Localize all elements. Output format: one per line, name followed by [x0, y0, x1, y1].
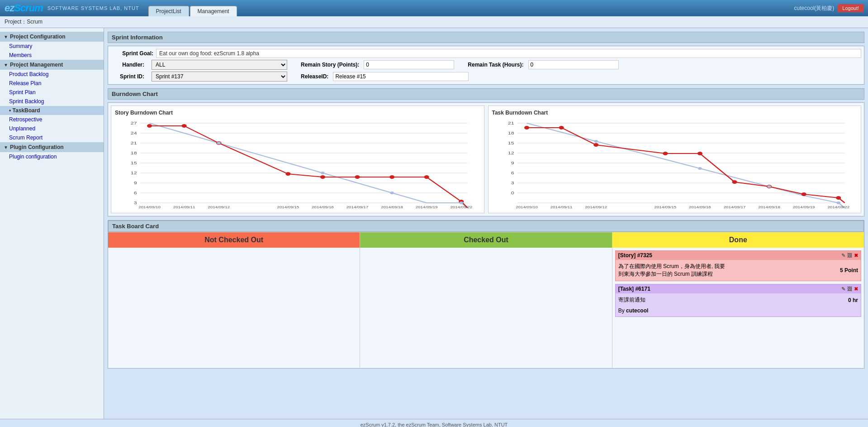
task-hours: 0 hr — [848, 297, 858, 303]
svg-text:24: 24 — [131, 131, 137, 135]
story-chart-title: Story Burndown Chart — [115, 110, 480, 116]
svg-text:18: 18 — [508, 131, 514, 135]
svg-point-58 — [559, 126, 564, 130]
handler-label: Handler: — [111, 62, 147, 68]
story-chart-container: 27 24 21 18 15 12 9 6 3 — [115, 119, 480, 209]
task-card-footer: By cutecool — [616, 307, 861, 317]
svg-point-23 — [355, 175, 360, 179]
logo: ezScrum — [5, 2, 43, 14]
task-delete-icon[interactable]: ✖ — [854, 286, 858, 292]
svg-point-30 — [460, 202, 463, 204]
edit-icon[interactable]: ✎ — [841, 253, 845, 259]
svg-point-65 — [836, 196, 841, 200]
sidebar-item-unplanned[interactable]: Unplanned — [0, 124, 104, 133]
svg-text:2014/09/17: 2014/09/17 — [723, 205, 745, 209]
sidebar-item-members[interactable]: Members — [0, 51, 104, 60]
story-card-body: 為了在國際內使用 Scrum，身為使用者, 我要 到東海大學參加一日的 Scru… — [616, 260, 861, 281]
svg-point-57 — [524, 126, 529, 130]
svg-text:0: 0 — [511, 191, 514, 195]
logout-button[interactable]: Logout! — [838, 4, 863, 12]
subtitle: Software Systems Lab, NTUT — [47, 5, 139, 11]
delete-icon[interactable]: ✖ — [854, 253, 858, 259]
col-content-done: [Story] #7325 ✎ 🖼 ✖ 為了在國際內使用 Scrum，身為使用者… — [612, 248, 864, 322]
sprint-goal-label: Sprint Goal: — [111, 50, 156, 57]
svg-point-25 — [424, 175, 429, 179]
sidebar-item-summary[interactable]: Summary — [0, 42, 104, 51]
col-content-checked-out — [360, 248, 612, 253]
breadcrumb: Project：Scrum — [0, 16, 868, 28]
svg-point-18 — [147, 124, 152, 128]
sprint-id-select[interactable]: Sprint #137 — [152, 72, 287, 82]
tab-management[interactable]: Management — [190, 6, 237, 16]
svg-text:18: 18 — [131, 151, 137, 155]
sidebar-item-sprint-plan[interactable]: Sprint Plan — [0, 88, 104, 97]
svg-text:2014/09/16: 2014/09/16 — [312, 205, 334, 209]
svg-text:9: 9 — [134, 181, 137, 185]
task-image-icon[interactable]: 🖼 — [847, 286, 852, 292]
sidebar-item-scrum-report[interactable]: Scrum Report — [0, 133, 104, 142]
col-header-checked-out: Checked Out — [360, 232, 612, 248]
task-card-header: [Task] #6171 ✎ 🖼 ✖ — [616, 284, 861, 293]
svg-point-68 — [767, 185, 771, 188]
task-chart-svg: 21 18 15 12 9 6 3 0 — [492, 119, 858, 209]
svg-point-21 — [285, 172, 290, 176]
footer-line1: ezScrum v1.7.2, the ezScrum Team, Softwa… — [3, 422, 865, 427]
sidebar-section-project-configuration[interactable]: Project Configuration — [0, 32, 104, 42]
svg-point-69 — [836, 202, 840, 204]
story-id: [Story] #7325 — [618, 252, 652, 259]
sidebar-section-project-management[interactable]: Project Management — [0, 60, 104, 70]
logo-area: ezScrum Software Systems Lab, NTUT — [5, 2, 139, 14]
svg-text:12: 12 — [508, 151, 514, 155]
svg-text:6: 6 — [134, 191, 137, 195]
sidebar-item-product-backlog[interactable]: Product Backlog — [0, 70, 104, 79]
col-header-done: Done — [612, 232, 864, 248]
sidebar-item-sprint-backlog[interactable]: Sprint Backlog — [0, 97, 104, 106]
col-content-not-checked-out — [108, 248, 360, 253]
svg-text:2014/09/10: 2014/09/10 — [138, 205, 161, 209]
col-not-checked-out: Not Checked Out — [108, 232, 360, 368]
remain-task-input[interactable] — [528, 60, 619, 69]
footer: ezScrum v1.7.2, the ezScrum Team, Softwa… — [0, 419, 868, 427]
svg-point-27 — [217, 142, 221, 144]
svg-text:2014/09/12: 2014/09/12 — [585, 205, 607, 209]
nav-tabs: ProjectList Management — [148, 0, 238, 16]
svg-text:2014/09/19: 2014/09/19 — [792, 205, 815, 209]
burndown-header: Burndown Chart — [108, 88, 864, 100]
col-header-not-checked-out: Not Checked Out — [108, 232, 360, 248]
user-name: cutecool(黃柏慶) — [794, 5, 835, 12]
remain-story-input[interactable] — [364, 60, 454, 69]
logout-area: cutecool(黃柏慶) Logout! — [794, 4, 863, 12]
image-icon[interactable]: 🖼 — [847, 253, 852, 259]
task-card-icons: ✎ 🖼 ✖ — [841, 286, 858, 292]
svg-text:2014/09/12: 2014/09/12 — [208, 205, 230, 209]
charts-row: Story Burndown Chart — [111, 106, 861, 213]
sidebar-item-plugin-configuration[interactable]: Plugin configuration — [0, 152, 104, 161]
story-text: 為了在國際內使用 Scrum，身為使用者, 我要 到東海大學參加一日的 Scru… — [618, 263, 726, 278]
svg-text:2014/09/11: 2014/09/11 — [550, 205, 572, 209]
task-edit-icon[interactable]: ✎ — [841, 286, 845, 292]
tab-projectlist[interactable]: ProjectList — [148, 6, 189, 16]
handler-select[interactable]: ALL — [152, 60, 287, 70]
svg-text:2014/09/10: 2014/09/10 — [516, 205, 538, 209]
svg-text:2014/09/22: 2014/09/22 — [827, 205, 849, 209]
sprint-goal-input[interactable] — [156, 49, 861, 58]
svg-point-59 — [593, 143, 598, 147]
sprint-info-header: Sprint Information — [108, 32, 864, 43]
sidebar-item-release-plan[interactable]: Release Plan — [0, 79, 104, 88]
content: Sprint Information Sprint Goal: Handler:… — [104, 28, 868, 419]
story-card-header: [Story] #7325 ✎ 🖼 ✖ — [616, 251, 861, 260]
sidebar-section-plugin-configuration[interactable]: Plugin Configuration — [0, 142, 104, 152]
svg-point-28 — [321, 172, 324, 174]
svg-text:27: 27 — [131, 121, 137, 125]
burndown-section: Story Burndown Chart — [108, 102, 864, 216]
story-card-icons: ✎ 🖼 ✖ — [841, 253, 858, 259]
svg-point-19 — [182, 124, 187, 128]
sidebar-item-taskboard[interactable]: TaskBoard — [0, 106, 104, 115]
svg-point-64 — [801, 192, 806, 196]
svg-text:9: 9 — [511, 161, 514, 165]
release-id-input[interactable] — [333, 72, 469, 81]
taskboard-section: Task Board Card Not Checked Out Checked … — [108, 220, 864, 369]
header: ezScrum Software Systems Lab, NTUT Proje… — [0, 0, 868, 16]
sidebar-item-retrospective[interactable]: Retrospective — [0, 115, 104, 124]
svg-text:2014/09/19: 2014/09/19 — [416, 205, 438, 209]
